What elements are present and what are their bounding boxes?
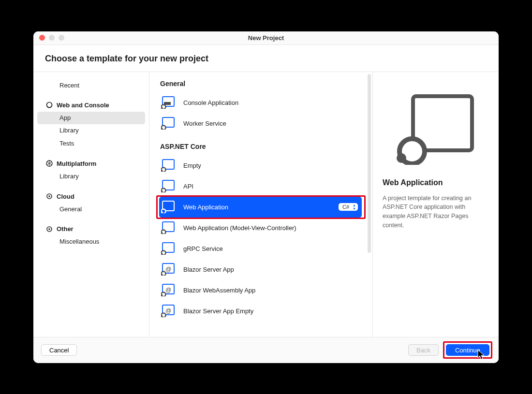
template-label: Blazor Server App Empty	[183, 307, 253, 315]
zoom-window-button	[59, 35, 64, 41]
mvc-template-icon	[161, 221, 176, 234]
sidebar-group-multiplatform[interactable]: Multiplatform	[37, 157, 145, 170]
template-label: Blazor WebAssembly App	[183, 287, 255, 294]
template-blazor-server-empty[interactable]: @ Blazor Server App Empty	[159, 301, 362, 321]
other-icon	[46, 226, 53, 233]
blazor-server-icon: @	[161, 263, 176, 276]
template-label: gRPC Service	[183, 245, 223, 252]
multiplatform-icon	[46, 160, 53, 167]
window-title: New Project	[33, 34, 499, 42]
close-window-button[interactable]	[39, 35, 45, 41]
sidebar-group-label: Cloud	[57, 193, 74, 200]
template-label: Blazor Server App	[183, 266, 234, 273]
sidebar-item-misc[interactable]: Miscellaneous	[37, 235, 145, 248]
worker-service-icon	[161, 117, 176, 130]
sidebar-item-cloud-general[interactable]: General	[37, 203, 145, 216]
sidebar-item-mp-library[interactable]: Library	[37, 170, 145, 183]
template-worker-service[interactable]: Worker Service	[159, 113, 362, 134]
svg-rect-7	[164, 102, 171, 105]
new-project-dialog: New Project Choose a template for your n…	[33, 31, 499, 363]
web-app-icon	[161, 201, 176, 213]
svg-text:@: @	[165, 266, 171, 273]
blazor-wasm-icon: @	[161, 284, 176, 296]
sidebar-item-library[interactable]: Library	[37, 124, 145, 137]
language-select-value: C#	[342, 204, 349, 210]
sidebar-item-app[interactable]: App	[37, 112, 145, 125]
sidebar-group-cloud[interactable]: Cloud	[37, 190, 145, 203]
template-list-panel: General Console Application Worker Servi…	[149, 72, 373, 337]
svg-point-5	[48, 228, 50, 230]
template-web-application-mvc[interactable]: Web Application (Model-View-Controller)	[159, 218, 362, 238]
web-application-large-icon	[395, 92, 477, 165]
svg-point-3	[48, 195, 50, 197]
template-detail-panel: Web Application A project template for c…	[373, 72, 499, 337]
titlebar: New Project	[33, 31, 499, 45]
dialog-footer: Cancel Back Continue	[33, 337, 499, 363]
chevron-down-icon: ▼	[353, 207, 356, 210]
template-empty[interactable]: Empty	[159, 155, 362, 176]
svg-text:@: @	[165, 307, 171, 314]
cancel-button[interactable]: Cancel	[41, 344, 77, 356]
api-template-icon	[161, 180, 176, 192]
continue-button[interactable]: Continue	[446, 344, 489, 356]
sidebar-item-recent[interactable]: Recent	[37, 79, 145, 92]
language-select[interactable]: C# ▲ ▼	[339, 203, 358, 211]
section-header-aspnet: ASP.NET Core	[160, 143, 362, 150]
template-web-application[interactable]: Web Application C# ▲ ▼	[159, 197, 362, 218]
template-label: Worker Service	[183, 120, 226, 127]
scrollbar[interactable]	[368, 74, 371, 253]
dialog-body: Recent Web and Console App Library Tests…	[33, 72, 499, 337]
blazor-server-empty-icon: @	[161, 305, 176, 317]
template-label: API	[183, 183, 193, 190]
sidebar-group-other[interactable]: Other	[37, 222, 145, 235]
section-header-general: General	[160, 80, 362, 88]
sidebar-group-label: Multiplatform	[57, 160, 96, 167]
template-blazor-wasm[interactable]: @ Blazor WebAssembly App	[159, 280, 362, 301]
template-label: Empty	[183, 162, 201, 169]
sidebar-item-tests[interactable]: Tests	[37, 137, 145, 150]
web-console-icon	[46, 102, 53, 108]
template-api[interactable]: API	[159, 176, 362, 197]
sidebar-group-label: Web and Console	[57, 102, 109, 109]
template-label: Web Application	[183, 204, 228, 211]
template-console-application[interactable]: Console Application	[159, 92, 362, 113]
console-icon	[161, 96, 176, 109]
svg-point-42	[397, 153, 406, 163]
category-sidebar: Recent Web and Console App Library Tests…	[33, 72, 149, 337]
sidebar-group-web-console[interactable]: Web and Console	[37, 99, 145, 112]
minimize-window-button	[49, 35, 55, 41]
sidebar-group-label: Other	[57, 225, 74, 233]
template-label: Console Application	[183, 99, 238, 106]
detail-title: Web Application	[383, 178, 489, 187]
page-title: Choose a template for your new project	[33, 45, 499, 72]
detail-description: A project template for creating an ASP.N…	[383, 194, 489, 230]
template-grpc-service[interactable]: gRPC Service	[159, 238, 362, 259]
svg-text:@: @	[165, 287, 171, 293]
chevron-up-icon: ▲	[353, 204, 356, 207]
cloud-icon	[46, 193, 53, 200]
back-button: Back	[408, 344, 439, 356]
grpc-template-icon	[161, 242, 176, 255]
template-blazor-server[interactable]: @ Blazor Server App	[159, 259, 362, 280]
template-label: Web Application (Model-View-Controller)	[183, 224, 296, 232]
empty-template-icon	[161, 159, 176, 172]
traffic-lights	[39, 35, 64, 41]
